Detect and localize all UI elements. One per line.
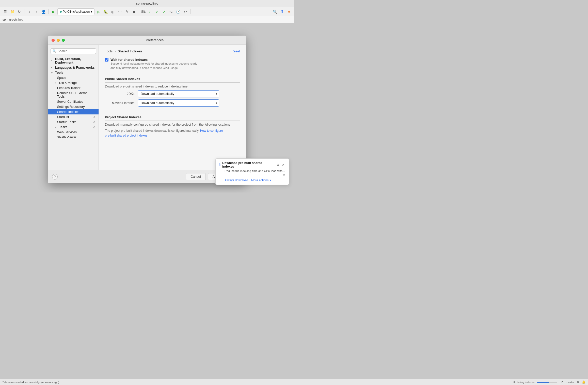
- public-section-title: Public Shared Indexes: [105, 77, 240, 83]
- toast-title-row: ℹ Download pre-built shared indexes: [219, 161, 274, 168]
- forward-btn[interactable]: ›: [33, 9, 39, 15]
- cancel-button[interactable]: Cancel: [186, 173, 205, 180]
- run-btn[interactable]: ▶: [50, 9, 56, 15]
- git-push-btn[interactable]: ✔: [154, 9, 160, 15]
- project-section-subtitle: Download manually configured shared inde…: [105, 123, 240, 126]
- sidebar-item-shared-indexes[interactable]: Shared Indexes: [48, 109, 99, 114]
- run-config-arrow: ▾: [91, 10, 92, 13]
- back-btn[interactable]: ‹: [26, 9, 32, 15]
- maven-select-wrapper[interactable]: Download automatically Do not download A…: [138, 99, 219, 107]
- project-indexes-section: Project Shared Indexes Download manually…: [105, 114, 240, 138]
- sidebar-item-web-services-label: Web Services: [57, 130, 77, 134]
- play2-btn[interactable]: ▷: [96, 9, 102, 15]
- debug-btn[interactable]: 🐛: [103, 9, 109, 15]
- settings-icon: ⚙: [93, 121, 96, 124]
- sidebar-item-tasks[interactable]: › Tasks ⚙: [48, 125, 99, 130]
- run-config[interactable]: PetClinicApplication ▾: [57, 8, 94, 15]
- sidebar-item-startup-label: Startup Tasks: [57, 120, 76, 124]
- sidebar-item-settings-repo[interactable]: Settings Repository: [48, 104, 99, 109]
- sidebar-item-languages[interactable]: › Languages & Frameworks: [48, 65, 99, 70]
- app-title: spring-petclinic: [136, 2, 158, 5]
- update-btn[interactable]: ⬆: [279, 9, 285, 15]
- dialog-body: 🔍 › Build, Execution, Deployment › Langu…: [48, 45, 246, 170]
- sep1: [24, 9, 24, 14]
- sidebar-item-features[interactable]: Features Trainer: [48, 85, 99, 91]
- sidebar-item-ssh-label: Remote SSH External Tools: [57, 91, 96, 98]
- minimize-btn[interactable]: [57, 39, 60, 42]
- open-btn[interactable]: 📁: [9, 9, 15, 15]
- project-info: The project pre-built shared indexes dow…: [105, 128, 240, 138]
- help-button[interactable]: ?: [52, 174, 58, 180]
- wait-checkbox-section: Wait for shared indexes Suspend local in…: [105, 57, 240, 70]
- toast-header: ℹ Download pre-built shared indexes ⚙ ✕: [219, 161, 285, 168]
- sidebar-item-tools[interactable]: ∨ Tools: [48, 70, 99, 75]
- search-box[interactable]: 🔍: [51, 48, 96, 54]
- wait-checkbox[interactable]: [105, 58, 108, 62]
- stop-btn[interactable]: ■: [131, 9, 137, 15]
- more-actions-arrow: ▾: [269, 179, 271, 182]
- sidebar-item-web-services[interactable]: Web Services: [48, 130, 99, 135]
- chevron-right-icon: ›: [51, 66, 54, 69]
- jdks-label: JDKs:: [105, 92, 135, 96]
- git-label: Git:: [141, 10, 146, 13]
- sidebar-item-xpath[interactable]: XPath Viewer: [48, 135, 99, 140]
- close-btn[interactable]: [52, 39, 55, 42]
- sidebar-item-certs[interactable]: Server Certificates: [48, 99, 99, 104]
- chevron-right-icon: ›: [51, 60, 54, 62]
- project-section-title: Project Shared Indexes: [105, 115, 240, 121]
- refresh-btn[interactable]: ↻: [16, 9, 22, 15]
- sidebar-item-space-label: Space: [57, 76, 66, 80]
- sidebar-item-languages-label: Languages & Frameworks: [55, 66, 95, 69]
- sidebar-item-shared-indexes-label: Shared Indexes: [57, 110, 80, 114]
- menu-btn[interactable]: ☰: [2, 9, 8, 15]
- more-actions-link[interactable]: More actions ▾: [251, 179, 271, 182]
- coverage-btn[interactable]: ◎: [110, 9, 116, 15]
- always-download-link[interactable]: Always download: [225, 179, 248, 182]
- toolbar: ☰ 📁 ↻ ‹ › 👤 ▶ PetClinicApplication ▾ ▷ 🐛…: [0, 7, 294, 16]
- maven-label: Maven Libraries:: [105, 101, 135, 105]
- dialog-title: Preferences: [67, 38, 243, 42]
- search-btn[interactable]: 🔍: [272, 9, 278, 15]
- sidebar-item-ssh[interactable]: Remote SSH External Tools: [48, 91, 99, 99]
- wait-checkbox-desc: Suspend local indexing to wait for share…: [105, 62, 240, 70]
- avatar-btn[interactable]: ●: [286, 9, 292, 15]
- search-input[interactable]: [58, 49, 94, 53]
- git-branch-btn[interactable]: ⌥: [168, 9, 174, 15]
- chevron-down-icon: ∨: [283, 173, 285, 177]
- jdks-select[interactable]: Download automatically Do not download A…: [138, 90, 219, 97]
- git-check-btn[interactable]: ✓: [147, 9, 153, 15]
- main-area: Preferences 🔍 › Build, Execution, Deploy…: [0, 23, 294, 192]
- toast-expand-btn[interactable]: ∨: [219, 173, 285, 177]
- sidebar-item-stardust-label: Stardust: [57, 115, 69, 119]
- reset-button[interactable]: Reset: [231, 49, 240, 53]
- sidebar-item-startup[interactable]: Startup Tasks ⚙: [48, 120, 99, 125]
- sidebar-item-xpath-label: XPath Viewer: [57, 136, 76, 139]
- chevron-right-icon: ›: [55, 82, 58, 84]
- maven-select[interactable]: Download automatically Do not download A…: [138, 99, 219, 107]
- toast-close-btn[interactable]: ✕: [281, 163, 285, 167]
- sidebar-item-build[interactable]: › Build, Execution, Deployment: [48, 56, 99, 65]
- top-bar: spring-petclinic: [0, 0, 294, 7]
- sidebar-item-features-label: Features Trainer: [57, 86, 81, 90]
- more-btn[interactable]: ⋯: [117, 9, 123, 15]
- breadcrumb-bar: spring-petclinic: [0, 16, 294, 23]
- sep3: [139, 9, 139, 14]
- profile-btn[interactable]: 👤: [40, 9, 46, 15]
- sidebar-item-stardust[interactable]: Stardust ⚙: [48, 114, 99, 120]
- info-icon: ℹ: [219, 162, 221, 167]
- maximize-btn[interactable]: [62, 39, 65, 42]
- sep4: [190, 9, 190, 14]
- sidebar-item-build-label: Build, Execution, Deployment: [55, 57, 96, 64]
- sidebar-item-space[interactable]: Space: [48, 75, 99, 80]
- chevron-down-icon: ∨: [51, 71, 54, 74]
- sidebar-item-diff[interactable]: › Diff & Merge: [48, 80, 99, 85]
- run-config-label: PetClinicApplication: [63, 10, 90, 13]
- git-revert-btn[interactable]: ↩: [182, 9, 188, 15]
- jdks-select-wrapper[interactable]: Download automatically Do not download A…: [138, 90, 219, 97]
- chevron-right-icon: ›: [55, 126, 58, 128]
- git-history-btn[interactable]: 🕐: [175, 9, 181, 15]
- commit-btn[interactable]: ✎: [124, 9, 130, 15]
- git-fetch-btn[interactable]: ↗: [161, 9, 167, 15]
- toast-settings-btn[interactable]: ⚙: [276, 163, 280, 167]
- run-config-dot: [60, 11, 62, 13]
